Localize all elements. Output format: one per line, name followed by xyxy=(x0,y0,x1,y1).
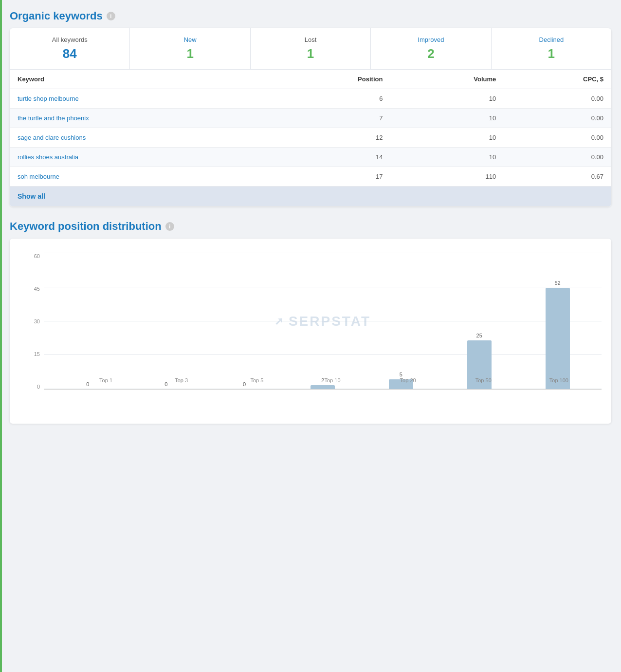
table-row[interactable]: turtle shop melbourne6100.00 xyxy=(10,89,611,109)
position-cell: 6 xyxy=(270,89,391,109)
keyword-tab-declined[interactable]: Declined1 xyxy=(492,28,611,69)
keyword-cell[interactable]: turtle shop melbourne xyxy=(10,89,270,109)
cpc-cell: 0.00 xyxy=(504,148,611,167)
y-label: 0 xyxy=(37,384,40,390)
th-volume: Volume xyxy=(390,70,504,89)
position-cell: 7 xyxy=(270,109,391,128)
bars-row: 000252552 xyxy=(44,253,602,389)
x-axis-labels: Top 1Top 3Top 5Top 10Top 20Top 50Top 100 xyxy=(63,372,602,389)
x-label: Top 10 xyxy=(294,377,370,383)
th-keyword: Keyword xyxy=(10,70,270,89)
organic-keywords-card: All keywords84New1Lost1Improved2Declined… xyxy=(10,28,611,206)
distribution-title-text: Keyword position distribution xyxy=(10,220,162,233)
position-cell: 12 xyxy=(270,128,391,148)
keyword-tab-improved[interactable]: Improved2 xyxy=(371,28,491,69)
position-cell: 17 xyxy=(270,167,391,187)
tab-value: 1 xyxy=(134,46,246,61)
title-text: Organic keywords xyxy=(10,10,103,22)
bar-value-label: 52 xyxy=(554,280,560,286)
position-cell: 14 xyxy=(270,148,391,167)
keyword-cell[interactable]: rollies shoes australia xyxy=(10,148,270,167)
bar-value-label: 25 xyxy=(476,333,482,338)
tab-value: 84 xyxy=(14,46,126,61)
keyword-tab-new[interactable]: New1 xyxy=(130,28,250,69)
table-row[interactable]: the turtle and the phoenix7100.00 xyxy=(10,109,611,128)
y-label: 45 xyxy=(34,286,40,292)
keyword-cell[interactable]: sage and clare cushions xyxy=(10,128,270,148)
y-label: 15 xyxy=(34,351,40,357)
distribution-title: Keyword position distribution i xyxy=(10,220,611,233)
x-label: Top 1 xyxy=(68,377,144,383)
volume-cell: 10 xyxy=(390,89,504,109)
organic-keywords-title: Organic keywords i xyxy=(10,10,611,22)
cpc-cell: 0.67 xyxy=(504,167,611,187)
distribution-info-icon[interactable]: i xyxy=(165,222,174,231)
show-all-link[interactable]: Show all xyxy=(18,192,45,200)
cpc-cell: 0.00 xyxy=(504,128,611,148)
keyword-tab-lost[interactable]: Lost1 xyxy=(251,28,371,69)
y-axis: 015304560 xyxy=(24,253,42,390)
tab-label: Improved xyxy=(375,36,487,43)
table-row[interactable]: sage and clare cushions12100.00 xyxy=(10,128,611,148)
tab-value: 1 xyxy=(495,46,607,61)
th-cpc-: CPC, $ xyxy=(504,70,611,89)
volume-cell: 10 xyxy=(390,109,504,128)
tab-value: 2 xyxy=(375,46,487,61)
cpc-cell: 0.00 xyxy=(504,109,611,128)
show-all-cell: Show all xyxy=(10,187,611,206)
volume-cell: 10 xyxy=(390,128,504,148)
x-label: Top 5 xyxy=(219,377,294,383)
cpc-cell: 0.00 xyxy=(504,89,611,109)
organic-keywords-info-icon[interactable]: i xyxy=(107,12,115,20)
tab-label: New xyxy=(134,36,246,43)
table-row[interactable]: rollies shoes australia14100.00 xyxy=(10,148,611,167)
x-label: Top 20 xyxy=(370,377,446,383)
y-label: 30 xyxy=(34,318,40,324)
tab-label: Declined xyxy=(495,36,607,43)
chart-plot: ➚SERPSTAT000252552Top 1Top 3Top 5Top 10T… xyxy=(44,253,602,390)
table-row[interactable]: soh melbourne171100.67 xyxy=(10,167,611,187)
keyword-cell[interactable]: the turtle and the phoenix xyxy=(10,109,270,128)
tab-value: 1 xyxy=(255,46,366,61)
keyword-tabs: All keywords84New1Lost1Improved2Declined… xyxy=(10,28,611,70)
chart-area: 015304560➚SERPSTAT000252552Top 1Top 3Top… xyxy=(24,253,602,409)
show-all-row[interactable]: Show all xyxy=(10,187,611,206)
tab-label: All keywords xyxy=(14,36,126,43)
keywords-table: KeywordPositionVolumeCPC, $turtle shop m… xyxy=(10,70,611,206)
volume-cell: 10 xyxy=(390,148,504,167)
x-label: Top 50 xyxy=(446,377,521,383)
volume-cell: 110 xyxy=(390,167,504,187)
th-position: Position xyxy=(270,70,391,89)
keyword-cell[interactable]: soh melbourne xyxy=(10,167,270,187)
y-label: 60 xyxy=(34,253,40,259)
tab-label: Lost xyxy=(255,36,366,43)
keyword-tab-all-keywords[interactable]: All keywords84 xyxy=(10,28,130,69)
x-label: Top 3 xyxy=(144,377,219,383)
distribution-chart: 015304560➚SERPSTAT000252552Top 1Top 3Top… xyxy=(10,239,611,424)
page-wrapper: Organic keywords i All keywords84New1Los… xyxy=(0,0,621,672)
x-label: Top 100 xyxy=(521,377,597,383)
